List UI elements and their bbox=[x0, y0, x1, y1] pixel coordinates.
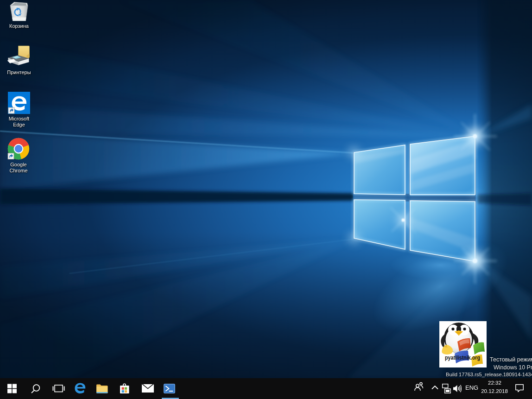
svg-text:pyatilistnik.org: pyatilistnik.org bbox=[445, 355, 480, 361]
